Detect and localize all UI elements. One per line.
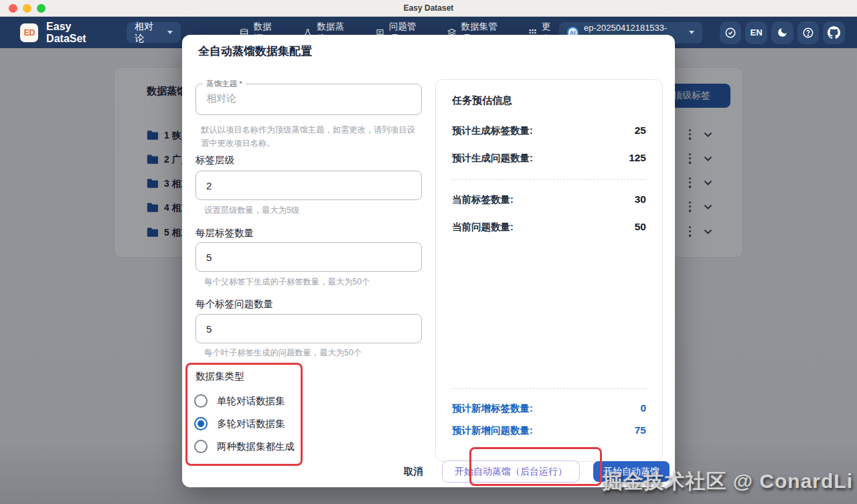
estimate-value: 75 — [635, 424, 646, 436]
github-icon — [828, 26, 840, 39]
macos-titlebar: Easy Dataset — [0, 0, 857, 17]
moon-icon — [777, 27, 788, 38]
start-distill-background-button[interactable]: 开始自动蒸馏（后台运行） — [442, 460, 580, 483]
cancel-button[interactable]: 取消 — [398, 461, 428, 482]
dataset-type-label: 数据集类型 — [196, 370, 244, 383]
task-status-button[interactable] — [720, 21, 742, 44]
dashed-divider — [452, 179, 646, 180]
radio-option-label: 单轮对话数据集 — [217, 395, 285, 408]
estimate-row-new: 预计新增标签数量: 0 — [452, 402, 646, 415]
chevron-down-icon — [167, 31, 173, 34]
estimate-label: 当前问题数量: — [452, 221, 514, 234]
questions-per-tag-label: 每个标签问题数量 — [196, 298, 273, 311]
estimate-label: 预计新增问题数量: — [452, 424, 533, 437]
project-selector[interactable]: 相对论 — [127, 22, 181, 43]
dashed-divider — [452, 388, 646, 389]
estimate-value: 30 — [635, 193, 646, 205]
chevron-down-icon — [689, 31, 694, 34]
question-circle-icon — [802, 27, 814, 39]
watermark-text: 掘金技术社区 @ ConardLi — [602, 468, 853, 495]
window-title: Easy Dataset — [404, 3, 454, 13]
minimize-window-button[interactable] — [23, 4, 31, 13]
estimate-label: 预计生成问题数量: — [452, 152, 533, 165]
radio-unchecked-icon[interactable] — [194, 440, 208, 453]
app-window: Easy Dataset ED Easy DataSet 相对论 数据源 数据蒸… — [0, 0, 857, 504]
estimate-label: 预计生成标签数量: — [452, 124, 533, 137]
dark-mode-button[interactable] — [771, 21, 793, 44]
tags-per-level-helper: 每个父标签下生成的子标签数量，最大为50个 — [204, 276, 425, 289]
radio-option-multi-turn[interactable]: 多轮对话数据集 — [194, 417, 285, 430]
tag-levels-input[interactable]: 2 — [196, 171, 422, 200]
radio-option-both[interactable]: 两种数据集都生成 — [194, 440, 295, 453]
language-label: EN — [751, 27, 763, 37]
distill-topic-value: 相对论 — [206, 92, 236, 105]
radio-option-label: 多轮对话数据集 — [217, 418, 285, 430]
questions-per-tag-helper: 每个叶子标签生成的问题数量，最大为50个 — [204, 347, 425, 360]
tag-levels-helper: 设置层级数量，最大为5级 — [204, 204, 425, 218]
modal-title: 全自动蒸馏数据集配置 — [198, 44, 312, 59]
brand-title: Easy DataSet — [46, 21, 112, 45]
distill-topic-helper: 默认以项目名称作为顶级蒸馏主题，如需更改，请到项目设置中更改项目名称。 — [201, 124, 422, 150]
distill-topic-label: 蒸馏主题 * — [203, 79, 246, 89]
github-button[interactable] — [823, 21, 845, 44]
estimate-value: 125 — [629, 152, 646, 164]
auto-distill-config-modal: 全自动蒸馏数据集配置 蒸馏主题 * 相对论 默认以项目名称作为顶级蒸馏主题，如需… — [182, 35, 675, 487]
estimate-title: 任务预估信息 — [452, 94, 646, 107]
distill-topic-field[interactable]: 蒸馏主题 * 相对论 — [196, 84, 422, 115]
tags-per-level-label: 每层标签数量 — [196, 227, 254, 240]
close-window-button[interactable] — [9, 4, 17, 13]
project-selector-value: 相对论 — [135, 21, 161, 45]
help-button[interactable] — [797, 21, 820, 44]
radio-option-single-turn[interactable]: 单轮对话数据集 — [194, 394, 285, 408]
radio-checked-icon[interactable] — [194, 417, 208, 430]
estimate-value: 25 — [635, 124, 646, 137]
estimate-row: 预计生成标签数量: 25 — [452, 124, 646, 137]
task-estimate-card: 任务预估信息 预计生成标签数量: 25 预计生成问题数量: 125 当前标签数量… — [435, 79, 663, 462]
window-controls — [9, 4, 46, 13]
estimate-row: 预计生成问题数量: 125 — [452, 152, 646, 165]
estimate-row: 当前问题数量: 50 — [452, 221, 646, 234]
spacer — [452, 248, 646, 388]
questions-per-tag-input[interactable]: 5 — [196, 314, 422, 343]
estimate-row-new: 预计新增问题数量: 75 — [452, 424, 646, 437]
estimate-value: 50 — [635, 221, 646, 233]
tags-per-level-input[interactable]: 5 — [196, 242, 422, 272]
estimate-label: 当前标签数量: — [452, 193, 514, 206]
estimate-value: 0 — [640, 402, 646, 414]
app-logo-icon: ED — [20, 23, 38, 42]
estimate-row: 当前标签数量: 30 — [452, 193, 646, 206]
check-circle-icon — [724, 27, 736, 39]
radio-unchecked-icon[interactable] — [194, 394, 208, 408]
estimate-label: 预计新增标签数量: — [452, 402, 533, 415]
zoom-window-button[interactable] — [37, 4, 46, 13]
radio-option-label: 两种数据集都生成 — [217, 440, 295, 453]
tag-levels-label: 标签层级 — [196, 154, 234, 167]
language-toggle-button[interactable]: EN — [745, 21, 767, 44]
